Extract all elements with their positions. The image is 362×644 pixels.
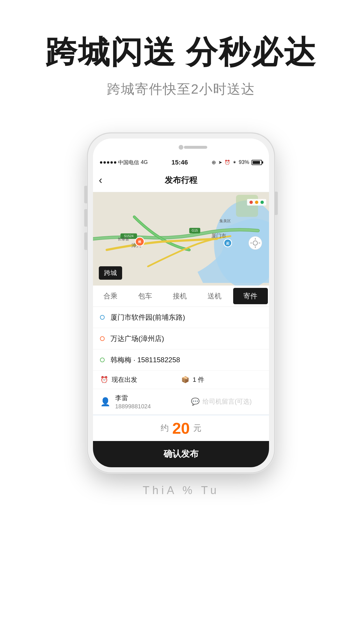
time-label: 15:46 — [171, 159, 188, 166]
cross-city-badge: 跨城 — [99, 266, 122, 280]
alarm-icon: ⏰ — [224, 160, 230, 165]
signal-dot-4 — [110, 161, 113, 164]
recipient-dot — [100, 358, 105, 362]
depart-time-label: 现在出发 — [112, 375, 137, 384]
confirm-btn-text: 确认发布 — [164, 448, 198, 460]
bluetooth-icon: ✶ — [233, 160, 236, 165]
tabs-row: 合乘 包车 接机 送机 寄件 — [93, 286, 269, 307]
svg-point-23 — [255, 201, 258, 204]
sender-row: 👤 李雷 18899881024 💬 给司机留言(可选) — [93, 389, 269, 415]
carrier-label: 中国电信 — [118, 159, 139, 166]
status-bar: 中国电信 4G 15:46 ⊕ ➤ ⏰ ✶ 93% — [93, 156, 269, 169]
sender-name: 李雷 — [115, 394, 186, 402]
user-avatar-icon: 👤 — [100, 396, 110, 407]
signal-dot-1 — [100, 161, 102, 164]
gps-icon: ➤ — [218, 160, 222, 165]
location-status-icon: ⊕ — [212, 159, 216, 166]
clock-icon: ⏰ — [100, 376, 108, 384]
signal-dot-5 — [114, 161, 116, 164]
network-label: 4G — [141, 159, 148, 165]
back-button[interactable]: ‹ — [99, 174, 102, 186]
destination-dot — [100, 336, 105, 341]
tab-pickup[interactable]: 接机 — [162, 286, 197, 307]
hero-title: 跨城闪送 分秒必达 — [23, 35, 339, 70]
origin-text: 厦门市软件园(前埔东路) — [110, 313, 185, 322]
signal-dot-3 — [107, 161, 109, 164]
origin-row[interactable]: 厦门市软件园(前埔东路) — [93, 307, 269, 328]
recipient-row[interactable]: 韩梅梅 · 15811582258 — [93, 349, 269, 371]
battery-fill — [253, 161, 260, 164]
item-count-section[interactable]: 📦 1 件 — [181, 375, 262, 384]
phone-inner: 中国电信 4G 15:46 ⊕ ➤ ⏰ ✶ 93% ‹ — [93, 139, 269, 467]
price-bar: 约 20 元 — [93, 415, 269, 441]
hero-section: 跨城闪送 分秒必达 跨城寄件快至2小时送达 — [0, 0, 362, 116]
depart-count-row: ⏰ 现在出发 📦 1 件 — [93, 371, 269, 389]
message-icon: 💬 — [191, 398, 200, 406]
price-approx-label: 约 — [161, 423, 169, 434]
nav-bar: ‹ 发布行程 — [93, 169, 269, 192]
svg-point-24 — [261, 201, 264, 204]
svg-rect-2 — [236, 195, 258, 217]
message-placeholder: 给司机留言(可选) — [203, 397, 252, 406]
price-amount: 20 — [172, 419, 190, 437]
signal-dot-2 — [103, 161, 106, 164]
status-left: 中国电信 4G — [100, 159, 148, 166]
phone-top-bar — [93, 139, 269, 156]
nav-title: 发布行程 — [165, 175, 197, 186]
depart-time-section[interactable]: ⏰ 现在出发 — [100, 375, 181, 384]
recipient-text: 韩梅梅 · 15811582258 — [110, 355, 180, 365]
destination-text: 万达广场(漳州店) — [110, 334, 164, 343]
map-area[interactable]: S1524 G15 漳州 长泰县 厦门市 集美区 起 终 — [93, 192, 269, 286]
form-section: 厦门市软件园(前埔东路) 万达广场(漳州店) 韩梅梅 · 15811582258… — [93, 307, 269, 415]
signal-dots — [100, 161, 116, 164]
svg-text:起: 起 — [226, 242, 230, 245]
svg-text:集美区: 集美区 — [219, 219, 231, 223]
svg-text:终: 终 — [138, 240, 142, 244]
hero-subtitle: 跨城寄件快至2小时送达 — [23, 80, 339, 98]
sender-phone: 18899881024 — [115, 403, 186, 410]
confirm-button[interactable]: 确认发布 — [93, 441, 269, 467]
phone-camera — [179, 145, 183, 150]
package-icon: 📦 — [181, 376, 189, 384]
watermark-text: ThiA % Tu — [143, 484, 219, 496]
svg-text:长泰县: 长泰县 — [118, 237, 129, 241]
tab-parcel[interactable]: 寄件 — [233, 288, 268, 304]
message-field[interactable]: 💬 给司机留言(可选) — [191, 397, 262, 406]
battery-icon — [252, 160, 262, 165]
tab-sendoff[interactable]: 送机 — [197, 286, 232, 307]
price-unit: 元 — [193, 423, 201, 434]
tab-charter[interactable]: 包车 — [128, 286, 162, 307]
svg-text:G15: G15 — [191, 229, 198, 232]
sender-info[interactable]: 李雷 18899881024 — [115, 394, 186, 410]
tab-carpooling[interactable]: 合乘 — [93, 286, 128, 307]
status-right: ⊕ ➤ ⏰ ✶ 93% — [212, 159, 262, 166]
destination-row[interactable]: 万达广场(漳州店) — [93, 328, 269, 349]
item-count-label: 1 件 — [193, 375, 204, 384]
phone-speaker — [184, 146, 207, 149]
battery-percent: 93% — [239, 159, 249, 165]
svg-point-22 — [249, 201, 253, 204]
phone-mockup: 中国电信 4G 15:46 ⊕ ➤ ⏰ ✶ 93% ‹ — [0, 133, 362, 473]
svg-text:厦门市: 厦门市 — [211, 233, 226, 239]
phone-outer: 中国电信 4G 15:46 ⊕ ➤ ⏰ ✶ 93% ‹ — [88, 133, 274, 473]
origin-dot — [100, 315, 105, 320]
watermark-area: ThiA % Tu — [0, 484, 362, 508]
